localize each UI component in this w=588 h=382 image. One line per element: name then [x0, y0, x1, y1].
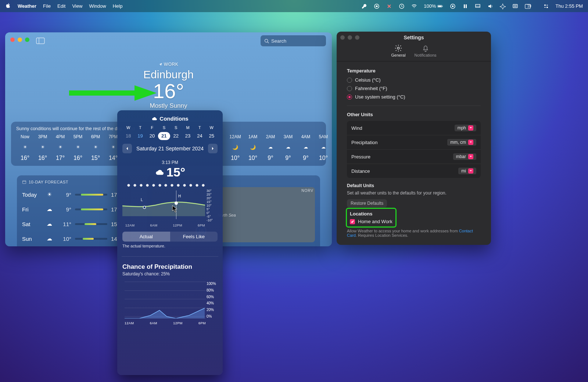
date-pill[interactable]: 18 [122, 132, 134, 140]
status-date[interactable]: 19 [525, 3, 536, 9]
menu-edit[interactable]: Edit [57, 3, 65, 9]
location-tag: WORK [164, 62, 178, 67]
status-battery[interactable]: 100% [424, 3, 443, 9]
defaults-heading: Default Units [347, 183, 481, 188]
segment-actual[interactable]: Actual [122, 232, 170, 242]
temp-radio-2[interactable]: Use system setting (°C) [347, 94, 481, 100]
menu-file[interactable]: File [43, 3, 51, 9]
date-pill[interactable]: 25 [206, 132, 218, 140]
svg-rect-10 [514, 5, 517, 7]
status-pause-icon[interactable] [462, 3, 468, 9]
next-day-button[interactable] [208, 144, 218, 153]
apple-icon[interactable] [5, 3, 11, 10]
date-pill[interactable]: 24 [194, 132, 205, 140]
precip-sub: Saturday's chance: 25% [122, 271, 218, 276]
unit-label: Precipitation [351, 140, 378, 145]
temp-radio-0[interactable]: Celsius (°C) [347, 77, 481, 83]
app-name[interactable]: Weather [18, 3, 36, 9]
radio-label: Celsius (°C) [355, 77, 380, 83]
hour-cell[interactable]: 1AM 10° [244, 134, 262, 161]
hour-cell[interactable]: 3AM 9° [279, 134, 297, 161]
tenday-row[interactable]: Fri ☁ 9° 17° [22, 202, 126, 217]
temp-graph-low-marker: L [141, 198, 143, 202]
hour-label: 4AM [297, 134, 315, 139]
weekday-label: T [194, 125, 205, 130]
menu-view[interactable]: View [72, 3, 82, 9]
weekday-label: W [206, 125, 218, 130]
menu-window[interactable]: Window [89, 3, 106, 9]
restore-defaults-button[interactable]: Restore Defaults [347, 199, 387, 207]
hour-label: 4PM [51, 134, 69, 139]
status-screenmirror-icon[interactable] [512, 3, 518, 9]
tenday-row[interactable]: Today ☀ 9° 17° [22, 187, 126, 202]
tab-general[interactable]: General [391, 44, 405, 57]
status-app2-icon[interactable] [450, 3, 456, 9]
unit-select[interactable]: mbar [453, 153, 476, 160]
radio-label: Use system setting (°C) [355, 94, 405, 100]
prev-day-button[interactable] [122, 144, 132, 153]
cloud-icon [155, 168, 164, 177]
status-volume-icon[interactable] [487, 3, 493, 9]
svg-rect-7 [466, 4, 467, 8]
hour-cell[interactable]: 4PM 17° [51, 134, 69, 161]
hour-cell[interactable]: 5PM 16° [69, 134, 87, 161]
status-sync-icon[interactable] [386, 3, 392, 9]
hour-temp: 17° [51, 155, 69, 161]
tenday-row[interactable]: Sat ☁ 11° 15° [22, 217, 126, 231]
unit-label: Pressure [351, 154, 370, 160]
hour-label: 1AM [244, 134, 262, 139]
search-field[interactable]: Search [261, 35, 326, 46]
settings-traffic-lights[interactable] [340, 35, 359, 40]
hour-cell[interactable]: 5AM 10° [315, 134, 332, 161]
chevron-down-icon [468, 140, 473, 145]
weekday-label: W [122, 125, 134, 130]
actual-feels-segment[interactable]: Actual Feels Like [122, 232, 218, 242]
popover-time: 3:13 PM [122, 160, 218, 165]
date-pill[interactable]: 22 [170, 132, 182, 140]
status-controlcenter-icon[interactable] [543, 3, 549, 9]
svg-point-12 [544, 4, 546, 6]
status-app-icon[interactable] [374, 3, 380, 9]
unit-select[interactable]: mm, cm [447, 139, 476, 146]
radio-label: Fahrenheit (°F) [355, 86, 387, 91]
status-key-icon[interactable] [361, 3, 367, 9]
temp-graph[interactable]: L H 30°25°20°15°10°5°0°-5°-10° 12AM6AM12… [122, 184, 218, 227]
unit-row: Pressure mbar [347, 150, 481, 164]
locations-highlight-box: Locations Home and Work [347, 209, 395, 226]
date-pill[interactable]: 23 [182, 132, 194, 140]
hour-cell[interactable]: 4AM 9° [297, 134, 315, 161]
tenday-row[interactable]: Sun ☁ 10° 14° [22, 231, 126, 246]
hour-cell[interactable]: 6PM 15° [87, 134, 104, 161]
hour-cell[interactable]: 12AM 10° [226, 134, 244, 161]
tenday-bar [75, 194, 107, 196]
window-traffic-lights[interactable] [10, 38, 29, 42]
chevron-down-icon [468, 125, 473, 131]
chevron-down-icon [468, 168, 473, 174]
tenday-lo: 11° [55, 221, 71, 227]
date-pill[interactable]: 20 [146, 132, 158, 140]
date-pill[interactable]: 21 [158, 132, 170, 140]
precip-graph[interactable]: 100%80%60%40%20%0% 12AM6AM12PM6PM [122, 282, 218, 325]
hour-label: 6PM [87, 134, 104, 139]
weather-icon [51, 144, 69, 150]
menu-help[interactable]: Help [113, 3, 123, 9]
status-location-icon[interactable] [500, 3, 506, 9]
unit-select[interactable]: mph [455, 125, 476, 131]
unit-select[interactable]: mi [458, 168, 476, 174]
status-screen-icon[interactable] [475, 3, 481, 9]
segment-feelslike[interactable]: Feels Like [170, 232, 218, 242]
tenday-lo: 9° [55, 192, 71, 198]
tab-notifications[interactable]: Notifications [415, 44, 437, 57]
home-and-work-checkbox[interactable]: Home and Work [350, 219, 392, 224]
status-wifi-icon[interactable] [411, 3, 417, 9]
hour-cell[interactable]: 2AM 9° [262, 134, 279, 161]
hour-cell[interactable]: 3PM 16° [34, 134, 51, 161]
radio-dot [347, 94, 352, 100]
status-clock[interactable]: Thu 2:55 PM [556, 3, 583, 9]
temp-radio-1[interactable]: Fahrenheit (°F) [347, 86, 481, 91]
status-timemachine-icon[interactable] [399, 3, 405, 9]
hour-cell[interactable]: Now 16° [16, 134, 34, 161]
sidebar-toggle-icon[interactable] [36, 38, 45, 44]
unit-value: mm, cm [450, 140, 466, 145]
date-pill[interactable]: 19 [134, 132, 146, 140]
